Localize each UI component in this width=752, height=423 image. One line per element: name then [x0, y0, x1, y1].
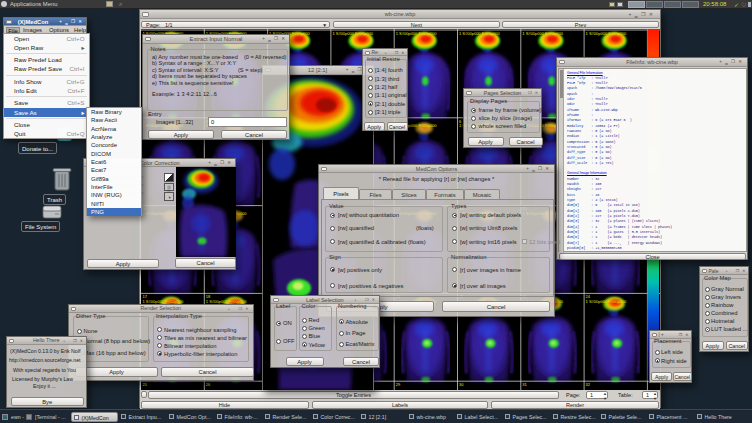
- svg-text:1 S#00p000 F#00p000: 1 S#00p000 F#00p000: [459, 31, 500, 36]
- svg-text:24: 24: [585, 294, 590, 299]
- svg-text:1 S#00p000 F#00p000: 1 S#00p000 F#00p000: [395, 31, 436, 36]
- svg-text:1 S#00p000 F#00p000: 1 S#00p000 F#00p000: [522, 31, 563, 36]
- svg-text:18: 18: [205, 294, 210, 299]
- svg-text:25: 25: [142, 382, 147, 387]
- svg-text:1 S#00p000 F#00p000: 1 S#00p000 F#00p000: [332, 31, 373, 36]
- svg-text:30: 30: [459, 382, 464, 387]
- svg-text:31: 31: [522, 382, 527, 387]
- svg-text:29: 29: [395, 382, 400, 387]
- svg-text:32: 32: [585, 382, 590, 387]
- svg-text:17: 17: [142, 294, 147, 299]
- svg-text:26: 26: [205, 382, 210, 387]
- svg-text:1 S#00p000 F#00p000: 1 S#00p000 F#00p000: [585, 31, 626, 36]
